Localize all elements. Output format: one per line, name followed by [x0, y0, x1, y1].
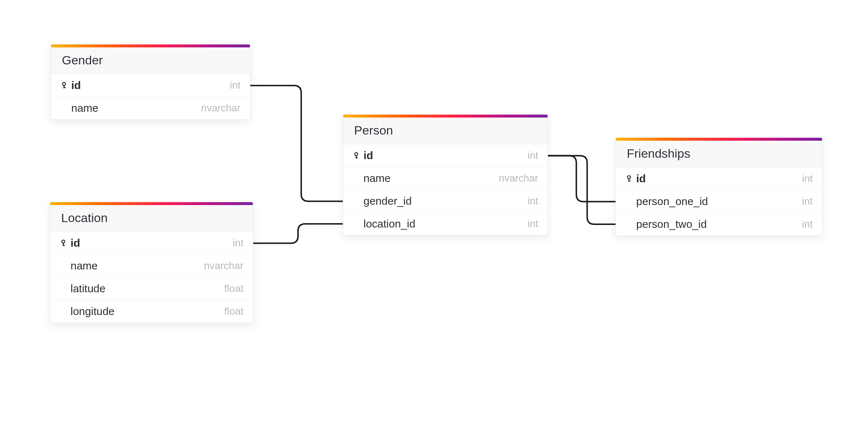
svg-rect-8: [356, 157, 358, 158]
icon-spacer: [625, 219, 633, 229]
field-name: person_two_id: [636, 218, 707, 230]
field-type: float: [224, 283, 243, 294]
field-name: id: [71, 79, 81, 92]
field-type: int: [802, 173, 813, 184]
key-icon: [60, 238, 67, 248]
icon-spacer: [625, 196, 633, 207]
field-type: int: [527, 195, 538, 207]
field-row[interactable]: name nvarchar: [343, 167, 548, 190]
field-name: gender_id: [363, 195, 412, 207]
field-type: int: [230, 80, 241, 91]
icon-spacer: [60, 284, 67, 294]
table-accent: [51, 44, 250, 47]
field-name: id: [71, 237, 80, 249]
edge-person-person_one_id: [548, 156, 616, 202]
field-type: nvarchar: [499, 173, 538, 184]
table-person[interactable]: Person id int name nvarchar gender_id: [343, 114, 548, 235]
table-title: Person: [343, 118, 548, 144]
table-accent: [50, 202, 253, 205]
field-type: int: [233, 237, 243, 249]
edge-person-person_two_id: [548, 156, 616, 225]
table-title: Gender: [51, 47, 250, 74]
table-location[interactable]: Location id int name nvarchar latitude: [50, 202, 253, 323]
field-name: name: [363, 172, 391, 184]
table-friendships[interactable]: Friendships id int person_one_id int per…: [616, 137, 822, 236]
icon-spacer: [353, 173, 360, 183]
field-row[interactable]: id int: [616, 167, 822, 190]
field-name: name: [71, 260, 98, 272]
field-type: int: [527, 218, 538, 230]
key-icon: [353, 150, 360, 161]
field-type: float: [224, 306, 243, 317]
field-row[interactable]: name nvarchar: [50, 255, 253, 277]
field-type: nvarchar: [201, 102, 241, 114]
table-rows: id int person_one_id int person_two_id i…: [616, 167, 822, 235]
svg-point-0: [63, 82, 65, 85]
table-accent: [616, 138, 822, 141]
icon-spacer: [60, 103, 68, 113]
icon-spacer: [60, 261, 67, 271]
icon-spacer: [60, 306, 67, 316]
field-row[interactable]: latitude float: [50, 277, 253, 300]
field-row[interactable]: gender_id int: [343, 190, 548, 213]
icon-spacer: [353, 219, 360, 229]
field-type: int: [802, 218, 813, 230]
field-row[interactable]: name nvarchar: [51, 97, 250, 119]
field-name: latitude: [71, 282, 106, 295]
edge-gender-gender_id: [250, 86, 343, 201]
table-rows: id int name nvarchar: [51, 74, 250, 119]
svg-point-6: [355, 153, 358, 156]
table-gender[interactable]: Gender id int name nvarchar: [51, 44, 250, 120]
field-row[interactable]: person_two_id int: [616, 213, 822, 235]
svg-rect-2: [64, 87, 66, 88]
field-row[interactable]: location_id int: [343, 213, 548, 235]
table-title: Location: [50, 205, 253, 232]
table-rows: id int name nvarchar gender_id int locat…: [343, 144, 548, 235]
field-row[interactable]: id int: [343, 144, 548, 167]
svg-point-3: [62, 240, 65, 243]
field-name: name: [71, 102, 98, 114]
er-diagram-canvas: Gender id int name nvarchar: [0, 0, 868, 434]
field-name: person_one_id: [636, 195, 708, 208]
field-name: id: [363, 149, 373, 162]
table-title: Friendships: [616, 141, 822, 167]
icon-spacer: [353, 196, 360, 206]
svg-rect-11: [629, 180, 631, 182]
table-accent: [343, 115, 548, 118]
key-icon: [625, 174, 633, 184]
field-row[interactable]: person_one_id int: [616, 190, 822, 213]
field-type: int: [527, 150, 538, 161]
svg-rect-5: [63, 245, 65, 246]
field-row[interactable]: id int: [51, 74, 250, 97]
field-name: longitude: [71, 305, 115, 318]
field-type: nvarchar: [204, 260, 243, 272]
field-row[interactable]: longitude float: [50, 300, 253, 323]
key-icon: [60, 80, 68, 90]
field-name: id: [636, 173, 646, 185]
field-type: int: [802, 196, 813, 207]
edge-location-location_id: [253, 224, 343, 243]
svg-point-9: [627, 176, 630, 179]
field-name: location_id: [363, 218, 415, 230]
table-rows: id int name nvarchar latitude float long…: [50, 232, 253, 323]
field-row[interactable]: id int: [50, 232, 253, 255]
